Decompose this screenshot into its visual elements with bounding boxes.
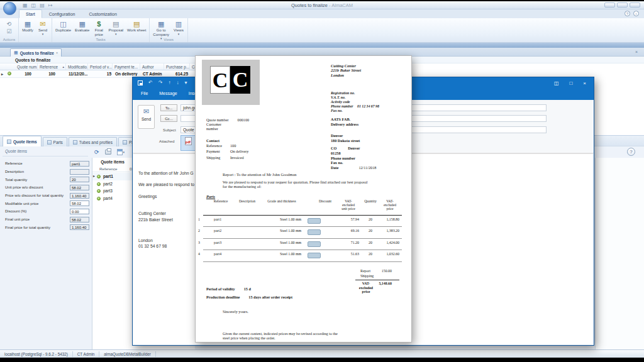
subject-label: Subject: [163, 128, 176, 132]
ribbon-button[interactable]: ▤ Work sheet ▾: [125, 19, 148, 33]
grid-column-header[interactable]: Reference ▴: [38, 63, 66, 70]
closing-line: Sincerely yours.: [223, 309, 248, 314]
maximize-button[interactable]: [617, 3, 628, 8]
to-button[interactable]: To...: [160, 104, 177, 111]
totals-shipping-value: 150.00: [373, 269, 392, 273]
field-label: Final price for total quantity: [5, 226, 70, 229]
grid-column-header[interactable]: Purchase p... ▴: [164, 63, 190, 70]
modify-icon: ▦: [22, 20, 33, 28]
send-button[interactable]: ✉ Send: [138, 105, 155, 129]
panel-tab[interactable]: Tubes and profiles: [69, 137, 117, 147]
note-line: steel price when placing the order.: [223, 336, 275, 340]
intro-line: for the manufacturing of:: [223, 185, 261, 189]
save-icon[interactable]: [138, 80, 143, 85]
field-input[interactable]: 58.02: [70, 200, 89, 206]
columns-button[interactable]: ▾: [117, 149, 125, 155]
ribbon-button[interactable]: $ Final price ▾: [91, 19, 106, 38]
customize-toolbar-icon[interactable]: ▾: [184, 80, 187, 85]
field-input[interactable]: 0.00: [70, 209, 89, 214]
close-button[interactable]: [630, 3, 640, 8]
ribbon-tab[interactable]: Start: [19, 9, 42, 18]
dropdown-arrow-icon: ▾: [173, 33, 184, 36]
worksheet-icon: ▤: [127, 20, 146, 28]
report-line: Report : To the attention of Mr John Goo…: [223, 172, 296, 177]
ribbon-button[interactable]: ▤ Proposal ▾: [106, 19, 125, 36]
refresh-icon[interactable]: ⟲: [7, 21, 12, 27]
move-down-icon[interactable]: ↓: [176, 80, 179, 85]
validate-icon[interactable]: ☑: [6, 28, 11, 35]
grid-column-header[interactable]: Period of v... ▴: [88, 63, 113, 70]
close-icon[interactable]: ×: [583, 80, 586, 86]
cell-purchase: 614.25: [164, 72, 190, 76]
intro-line: We are pleased to respond to your reques…: [223, 180, 367, 184]
almacam-window: ▦ ◫ ▤ ↦ Quotes to finalize - AlmaCAM Sta…: [0, 1, 644, 358]
totals-vat-label: VAT-excluded price: [355, 282, 377, 294]
quote-info-rows: Reference100 PaymentOn delivery Shipping…: [206, 143, 248, 161]
panel-tab-icon: [47, 140, 52, 145]
cell-quote-number: 100: [15, 72, 38, 76]
field-label: Final unit price: [5, 217, 70, 221]
group-label: Actions: [0, 38, 18, 41]
background-panel: [595, 158, 644, 349]
field-input[interactable]: [70, 169, 89, 175]
help-icon[interactable]: ?: [625, 11, 630, 16]
panel-tab[interactable]: Quote items: [3, 136, 42, 147]
ribbon-button[interactable]: ▦ Modify ▾: [20, 19, 35, 33]
email-body-line: Greetings: [138, 194, 157, 199]
grid-column-header[interactable]: Quote num... ▴: [15, 63, 38, 70]
tab-quotes-to-finalize[interactable]: ▦ Quotes to finalize ×: [10, 48, 62, 57]
close-icon[interactable]: ×: [635, 50, 638, 54]
cc-button[interactable]: Cc...: [160, 115, 177, 122]
app-logo[interactable]: [3, 2, 16, 15]
ribbon-tab-strip: Start Configuration Customization ? i: [0, 9, 644, 18]
parts-table-body: 1 part1 Steel 1.00 mm 57.94 20 1,158.80 …: [203, 216, 402, 262]
panel-tab[interactable]: Parts: [43, 137, 67, 147]
email-body-line: Cutting Center: [138, 211, 166, 216]
help-icon[interactable]: ?: [627, 148, 635, 156]
attachment-chip[interactable]: pdf: [180, 135, 196, 151]
info-icon[interactable]: i: [633, 11, 639, 16]
ribbon-button[interactable]: ▥ Views ▾: [171, 19, 186, 36]
company-address-block: Cutting Center 221b Baker Street London: [331, 63, 361, 77]
field-input[interactable]: 58.02: [70, 217, 89, 222]
field-label: Modifiable unit price: [5, 202, 70, 206]
refresh-icon[interactable]: ⟳: [94, 149, 99, 155]
field-input[interactable]: 58.02: [70, 185, 89, 190]
part-thumbnail: [308, 218, 321, 224]
maximize-icon[interactable]: □: [569, 80, 572, 86]
cell-reference: 100: [38, 72, 66, 76]
undo-icon[interactable]: ↶: [148, 80, 153, 85]
restore-icon[interactable]: ◫: [554, 80, 559, 86]
email-body-line: London: [138, 238, 153, 243]
field-input[interactable]: part1: [70, 161, 89, 167]
ribbon-group: ◫ Duplicate ▾ ▦ Evaluate ▾: [52, 18, 150, 42]
field-row: Unit price w/o discount 58.02: [5, 184, 93, 192]
email-ribbon-tab[interactable]: Message: [153, 90, 182, 97]
ribbon-button[interactable]: ✉ Send ▾: [35, 19, 50, 36]
duplicate-icon: ◫: [55, 20, 71, 28]
close-tab-icon[interactable]: ×: [56, 51, 58, 55]
field-row: Total quantity 20: [5, 175, 93, 184]
redo-icon[interactable]: ↷: [158, 80, 163, 85]
grid-column-header[interactable]: Payment te... ▴: [113, 63, 140, 70]
minimize-button[interactable]: [604, 3, 615, 8]
panel-tab-icon: [73, 140, 77, 145]
field-row: Final unit price 58.02: [5, 216, 93, 224]
field-row: Reference part1: [5, 160, 93, 168]
field-input[interactable]: 1,160.40: [70, 224, 89, 230]
print-icon[interactable]: [105, 150, 111, 155]
field-input[interactable]: 20: [70, 177, 89, 182]
email-ribbon-tab[interactable]: File: [135, 90, 153, 97]
grid-column-header[interactable]: Author ▴: [140, 63, 164, 70]
ribbon-button[interactable]: ▦ Evaluate ▾: [73, 19, 91, 33]
field-input[interactable]: 1,160.40: [70, 193, 89, 199]
validity-row: Period of validity15 d: [206, 287, 251, 291]
grid-column-header[interactable]: Modificatio... ▴: [66, 63, 88, 70]
move-up-icon[interactable]: ↑: [168, 80, 170, 85]
dropdown-arrow-icon: ▾: [123, 150, 125, 154]
email-quick-access-toolbar: ↶ ↷ ↑ ↓ ▾: [138, 80, 187, 85]
ribbon-tab[interactable]: Configuration: [42, 9, 82, 18]
ribbon-tab[interactable]: Customization: [82, 9, 123, 18]
ribbon-button[interactable]: ◫ Duplicate ▾: [53, 19, 73, 33]
status-ok-icon: [97, 182, 101, 186]
